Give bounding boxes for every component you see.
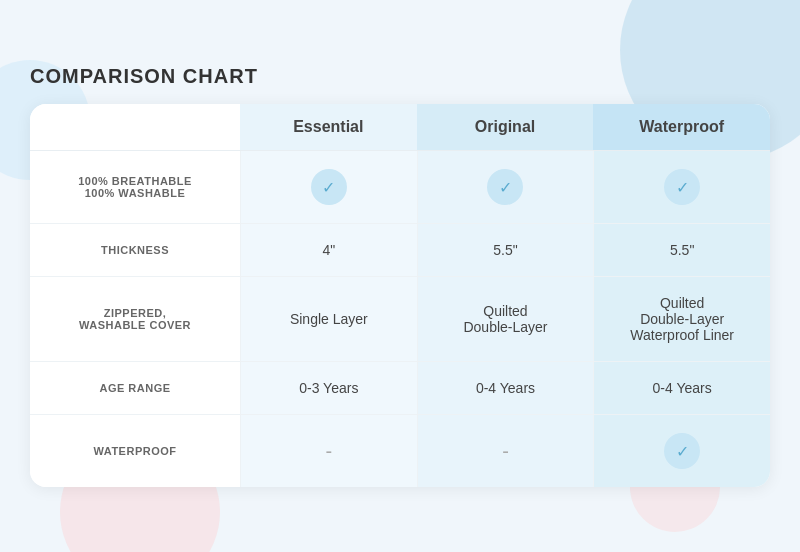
row-age-original: 0-4 Years (417, 362, 594, 415)
comparison-chart-container: COMPARISON CHART Essential Original Wate… (30, 45, 770, 507)
row-breathable-original: ✓ (417, 151, 594, 224)
row-label-age: AGE RANGE (30, 362, 240, 415)
check-icon: ✓ (664, 433, 700, 469)
check-icon: ✓ (487, 169, 523, 205)
row-breathable-waterproof: ✓ (593, 151, 770, 224)
row-label-waterproof: WATERPROOF (30, 415, 240, 487)
comparison-chart: Essential Original Waterproof 100% BREAT… (30, 104, 770, 487)
row-thickness-waterproof: 5.5" (593, 224, 770, 277)
header-original: Original (417, 104, 594, 151)
header-essential: Essential (240, 104, 417, 151)
row-thickness-essential: 4" (240, 224, 417, 277)
check-icon: ✓ (664, 169, 700, 205)
row-label-cover: ZIPPERED,WASHABLE COVER (30, 277, 240, 362)
row-age-waterproof: 0-4 Years (593, 362, 770, 415)
header-waterproof: Waterproof (593, 104, 770, 151)
row-waterproof-waterproof: ✓ (593, 415, 770, 487)
header-empty (30, 104, 240, 151)
row-cover-essential: Single Layer (240, 277, 417, 362)
row-cover-original: QuiltedDouble-Layer (417, 277, 594, 362)
row-cover-waterproof: QuiltedDouble-LayerWaterproof Liner (593, 277, 770, 362)
row-age-essential: 0-3 Years (240, 362, 417, 415)
chart-title: COMPARISON CHART (30, 65, 770, 88)
row-waterproof-essential: - (240, 415, 417, 487)
row-breathable-essential: ✓ (240, 151, 417, 224)
dash-icon: - (325, 440, 332, 463)
row-label-breathable: 100% BREATHABLE100% WASHABLE (30, 151, 240, 224)
row-waterproof-original: - (417, 415, 594, 487)
row-thickness-original: 5.5" (417, 224, 594, 277)
row-label-thickness: THICKNESS (30, 224, 240, 277)
check-icon: ✓ (311, 169, 347, 205)
dash-icon: - (502, 440, 509, 463)
